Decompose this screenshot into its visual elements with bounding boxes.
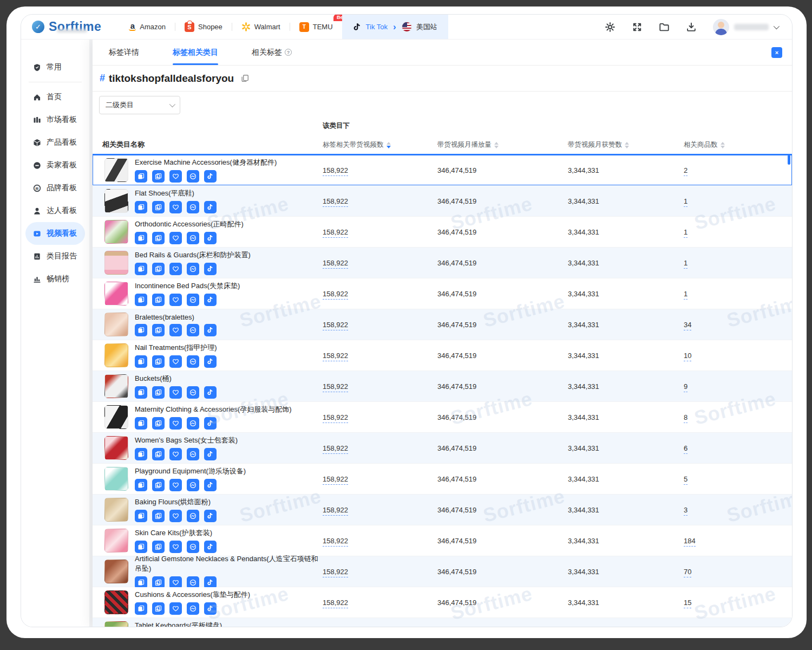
nav-amazon[interactable]: a Amazon <box>120 15 175 39</box>
tiktok-link-button[interactable] <box>204 355 217 368</box>
sidebar-item-home[interactable]: 首页 <box>25 86 85 108</box>
compare-button[interactable] <box>187 170 199 183</box>
products-count-link[interactable]: 9 <box>684 382 687 392</box>
videos-count-link[interactable]: 158,922 <box>323 352 348 361</box>
nav-walmart[interactable]: Walmart <box>232 15 290 39</box>
tiktok-link-button[interactable] <box>204 294 217 306</box>
compare-button[interactable] <box>187 294 199 306</box>
favorite-button[interactable] <box>169 510 182 522</box>
report-copy-button[interactable] <box>152 602 165 615</box>
sidebar-item-seller-board[interactable]: 卖家看板 <box>25 154 85 177</box>
copy-icon[interactable] <box>241 74 249 82</box>
favorite-button[interactable] <box>169 263 182 275</box>
settings-gear-icon[interactable] <box>605 22 615 32</box>
folder-icon[interactable] <box>659 22 670 32</box>
column-likes-header[interactable]: 带货视频月获赞数 <box>568 140 629 150</box>
videos-list-button[interactable] <box>135 479 147 491</box>
videos-count-link[interactable]: 158,922 <box>323 413 348 423</box>
videos-list-button[interactable] <box>135 294 147 306</box>
tab-related-categories[interactable]: 标签相关类目 <box>173 40 218 65</box>
videos-list-button[interactable] <box>135 602 147 615</box>
sidebar-item-market-board[interactable]: 市场看板 <box>25 108 85 131</box>
favorite-button[interactable] <box>169 541 182 553</box>
tiktok-link-button[interactable] <box>204 448 217 460</box>
videos-count-link[interactable]: 158,922 <box>323 444 348 454</box>
tab-related-tags[interactable]: 相关标签? <box>252 40 292 65</box>
report-copy-button[interactable] <box>152 170 165 183</box>
favorite-button[interactable] <box>169 448 182 460</box>
compare-button[interactable] <box>187 541 199 553</box>
tiktok-link-button[interactable] <box>204 417 217 430</box>
download-icon[interactable] <box>686 22 697 32</box>
videos-list-button[interactable] <box>135 510 147 522</box>
favorite-button[interactable] <box>169 170 182 183</box>
videos-list-button[interactable] <box>135 417 147 430</box>
compare-button[interactable] <box>187 355 199 368</box>
products-count-link[interactable]: 6 <box>684 444 687 454</box>
products-count-link[interactable]: 1 <box>684 259 687 269</box>
compare-button[interactable] <box>187 602 199 615</box>
products-count-link[interactable]: 10 <box>684 352 691 361</box>
videos-count-link[interactable]: 158,922 <box>323 259 348 269</box>
favorite-button[interactable] <box>169 355 182 368</box>
report-copy-button[interactable] <box>152 294 165 306</box>
products-count-link[interactable]: 15 <box>684 599 691 608</box>
videos-count-link[interactable]: 158,922 <box>323 166 348 176</box>
category-level-select[interactable]: 二级类目 <box>99 96 180 114</box>
nav-shopee[interactable]: S Shopee <box>175 15 232 39</box>
videos-count-link[interactable]: 158,922 <box>323 290 348 300</box>
sidebar-item-category-report[interactable]: 类目报告 <box>25 245 85 268</box>
report-copy-button[interactable] <box>152 232 165 244</box>
videos-count-link[interactable]: 158,922 <box>323 197 348 207</box>
tiktok-link-button[interactable] <box>204 602 217 615</box>
videos-list-button[interactable] <box>135 541 147 553</box>
videos-list-button[interactable] <box>135 324 147 336</box>
favorite-button[interactable] <box>169 479 182 491</box>
products-count-link[interactable]: 34 <box>684 321 691 330</box>
tiktok-link-button[interactable] <box>204 386 217 399</box>
favorite-button[interactable] <box>169 232 182 244</box>
scrollbar-thumb[interactable] <box>788 155 790 165</box>
sidebar-item-influencer-board[interactable]: 达人看板 <box>25 199 85 222</box>
videos-list-button[interactable] <box>135 201 147 213</box>
videos-count-link[interactable]: 158,922 <box>323 506 348 516</box>
compare-button[interactable] <box>187 510 199 522</box>
column-videos-header[interactable]: 标签相关带货视频数 <box>323 140 437 150</box>
compare-button[interactable] <box>187 232 199 244</box>
sidebar-item-brand-board[interactable]: R 品牌看板 <box>25 177 85 199</box>
report-copy-button[interactable] <box>152 386 165 399</box>
favorite-button[interactable] <box>169 386 182 399</box>
products-count-link[interactable]: 184 <box>684 537 696 547</box>
report-copy-button[interactable] <box>152 355 165 368</box>
tiktok-link-button[interactable] <box>204 201 217 213</box>
logo[interactable]: ✓ Sorftime <box>21 20 120 34</box>
report-copy-button[interactable] <box>152 479 165 491</box>
products-count-link[interactable]: 70 <box>684 568 691 577</box>
videos-list-button[interactable] <box>135 386 147 399</box>
tiktok-link-button[interactable] <box>204 510 217 522</box>
videos-count-link[interactable]: 158,922 <box>323 537 348 547</box>
favorite-button[interactable] <box>169 294 182 306</box>
tiktok-link-button[interactable] <box>204 263 217 275</box>
user-menu[interactable] <box>713 19 778 35</box>
close-button[interactable]: × <box>771 47 782 58</box>
sidebar-item-bestseller-rank[interactable]: 畅销榜 <box>25 268 85 290</box>
sidebar-item-video-board[interactable]: 视频看板 <box>25 222 85 245</box>
compare-button[interactable] <box>187 201 199 213</box>
tiktok-link-button[interactable] <box>204 170 217 183</box>
sidebar-item-common[interactable]: 常用 <box>25 56 85 79</box>
favorite-button[interactable] <box>169 602 182 615</box>
videos-list-button[interactable] <box>135 263 147 275</box>
videos-count-link[interactable]: 158,922 <box>323 475 348 485</box>
videos-list-button[interactable] <box>135 355 147 368</box>
tab-tag-details[interactable]: 标签详情 <box>109 40 139 65</box>
nav-temu[interactable]: T TEMU Beta <box>290 15 342 39</box>
fullscreen-icon[interactable] <box>632 22 643 32</box>
tiktok-link-button[interactable] <box>204 324 217 336</box>
videos-count-link[interactable]: 158,922 <box>323 228 348 238</box>
compare-button[interactable] <box>187 386 199 399</box>
videos-count-link[interactable]: 158,922 <box>323 321 348 330</box>
videos-count-link[interactable]: 158,922 <box>323 382 348 392</box>
tiktok-link-button[interactable] <box>204 232 217 244</box>
report-copy-button[interactable] <box>152 541 165 553</box>
